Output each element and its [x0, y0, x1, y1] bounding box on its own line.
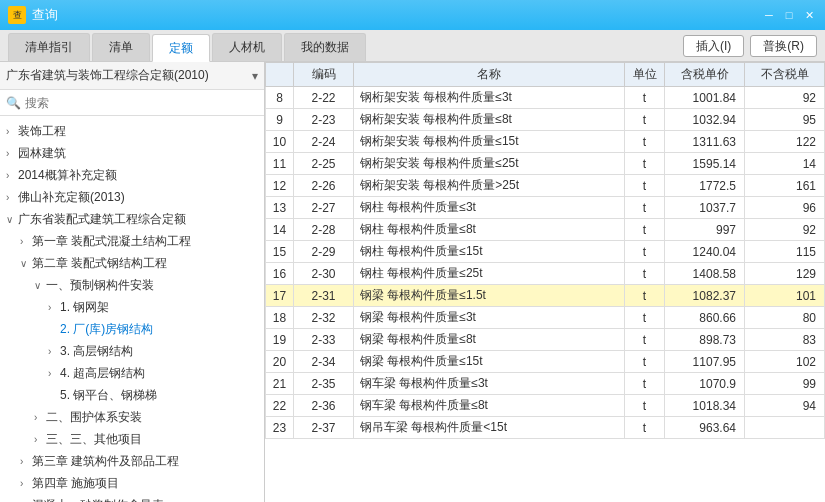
cell-tax: 1070.9 — [665, 373, 745, 395]
tree-item[interactable]: 5. 钢平台、钢梯梯 — [0, 384, 264, 406]
tree-item[interactable]: ›2014概算补充定额 — [0, 164, 264, 186]
cell-name: 钢梁 每根构件质量≤8t — [354, 329, 625, 351]
table-row[interactable]: 17 2-31 钢梁 每根构件质量≤1.5t t 1082.37 101 — [266, 285, 825, 307]
cell-unit: t — [625, 197, 665, 219]
tree-item[interactable]: ›4. 超高层钢结构 — [0, 362, 264, 384]
cell-code: 2-24 — [294, 131, 354, 153]
maximize-button[interactable]: □ — [781, 7, 797, 23]
table-row[interactable]: 11 2-25 钢桁架安装 每根构件质量≤25t t 1595.14 14 — [266, 153, 825, 175]
tree-item[interactable]: 混凝土、砂浆制作含量表 — [0, 494, 264, 502]
table-row[interactable]: 13 2-27 钢柱 每根构件质量≤3t t 1037.7 96 — [266, 197, 825, 219]
cell-unit: t — [625, 109, 665, 131]
tree-item-label: 一、预制钢构件安装 — [46, 277, 154, 294]
main-content: 广东省建筑与装饰工程综合定额(2010) ▾ 🔍 ›装饰工程›园林建筑›2014… — [0, 62, 825, 502]
tree-item[interactable]: ›第一章 装配式混凝土结构工程 — [0, 230, 264, 252]
cell-tax: 1408.58 — [665, 263, 745, 285]
tree-item[interactable]: ∨一、预制钢构件安装 — [0, 274, 264, 296]
cell-num: 9 — [266, 109, 294, 131]
tree-item[interactable]: ›三、三、其他项目 — [0, 428, 264, 450]
cell-name: 钢吊车梁 每根构件质量<15t — [354, 417, 625, 439]
cell-name: 钢桁架安装 每根构件质量≤3t — [354, 87, 625, 109]
tree-item-label: 广东省装配式建筑工程综合定额 — [18, 211, 186, 228]
cell-code: 2-31 — [294, 285, 354, 307]
tree-arrow-icon: › — [6, 148, 18, 159]
cell-code: 2-30 — [294, 263, 354, 285]
minimize-button[interactable]: ─ — [761, 7, 777, 23]
cell-notax: 101 — [745, 285, 825, 307]
tree-item[interactable]: ›二、围护体系安装 — [0, 406, 264, 428]
insert-button[interactable]: 插入(I) — [683, 35, 744, 57]
tree-item-label: 第一章 装配式混凝土结构工程 — [32, 233, 191, 250]
table-row[interactable]: 8 2-22 钢桁架安装 每根构件质量≤3t t 1001.84 92 — [266, 87, 825, 109]
tree-arrow-icon: ∨ — [34, 280, 46, 291]
tree-item[interactable]: ∨第二章 装配式钢结构工程 — [0, 252, 264, 274]
tab-labor[interactable]: 人材机 — [212, 33, 282, 61]
table-header-row: 编码 名称 单位 含税单价 不含税单 — [266, 63, 825, 87]
cell-name: 钢桁架安装 每根构件质量≤8t — [354, 109, 625, 131]
cell-num: 10 — [266, 131, 294, 153]
cell-num: 22 — [266, 395, 294, 417]
table-row[interactable]: 20 2-34 钢梁 每根构件质量≤15t t 1107.95 102 — [266, 351, 825, 373]
cell-num: 23 — [266, 417, 294, 439]
cell-notax: 80 — [745, 307, 825, 329]
search-input[interactable] — [25, 96, 258, 110]
cell-code: 2-26 — [294, 175, 354, 197]
tree-arrow-icon: › — [20, 456, 32, 467]
table-row[interactable]: 9 2-23 钢桁架安装 每根构件质量≤8t t 1032.94 95 — [266, 109, 825, 131]
tree-item[interactable]: ›第三章 建筑构件及部品工程 — [0, 450, 264, 472]
tree-item[interactable]: ›第四章 施施项目 — [0, 472, 264, 494]
tab-list[interactable]: 清单 — [92, 33, 150, 61]
tree-item[interactable]: ›园林建筑 — [0, 142, 264, 164]
tab-mydata[interactable]: 我的数据 — [284, 33, 366, 61]
tree-area: ›装饰工程›园林建筑›2014概算补充定额›佛山补充定额(2013)∨广东省装配… — [0, 116, 264, 502]
tree-item[interactable]: ›1. 钢网架 — [0, 296, 264, 318]
col-header-tax: 含税单价 — [665, 63, 745, 87]
tab-guide[interactable]: 清单指引 — [8, 33, 90, 61]
tree-item-label: 混凝土、砂浆制作含量表 — [32, 497, 164, 503]
table-row[interactable]: 14 2-28 钢柱 每根构件质量≤8t t 997 92 — [266, 219, 825, 241]
tree-item-label: 第四章 施施项目 — [32, 475, 119, 492]
quota-selector[interactable]: 广东省建筑与装饰工程综合定额(2010) ▾ — [0, 62, 264, 90]
cell-unit: t — [625, 395, 665, 417]
tree-item[interactable]: 2. 厂(库)房钢结构 — [0, 318, 264, 340]
close-button[interactable]: ✕ — [801, 7, 817, 23]
tab-quota[interactable]: 定额 — [152, 34, 210, 62]
tree-arrow-icon: › — [48, 346, 60, 357]
col-header-unit: 单位 — [625, 63, 665, 87]
table-row[interactable]: 16 2-30 钢柱 每根构件质量≤25t t 1408.58 129 — [266, 263, 825, 285]
table-row[interactable]: 23 2-37 钢吊车梁 每根构件质量<15t t 963.64 — [266, 417, 825, 439]
tree-item-label: 第三章 建筑构件及部品工程 — [32, 453, 179, 470]
table-row[interactable]: 18 2-32 钢梁 每根构件质量≤3t t 860.66 80 — [266, 307, 825, 329]
tree-item[interactable]: ›装饰工程 — [0, 120, 264, 142]
cell-notax: 102 — [745, 351, 825, 373]
tree-item[interactable]: ∨广东省装配式建筑工程综合定额 — [0, 208, 264, 230]
cell-unit: t — [625, 263, 665, 285]
table-row[interactable]: 19 2-33 钢梁 每根构件质量≤8t t 898.73 83 — [266, 329, 825, 351]
cell-tax: 1772.5 — [665, 175, 745, 197]
tree-arrow-icon: › — [48, 368, 60, 379]
cell-notax: 115 — [745, 241, 825, 263]
tree-arrow-icon: › — [34, 434, 46, 445]
cell-num: 16 — [266, 263, 294, 285]
tree-item[interactable]: ›佛山补充定额(2013) — [0, 186, 264, 208]
replace-button[interactable]: 普换(R) — [750, 35, 817, 57]
cell-notax: 122 — [745, 131, 825, 153]
tree-item[interactable]: ›3. 高层钢结构 — [0, 340, 264, 362]
quota-dropdown-icon: ▾ — [252, 69, 258, 83]
cell-name: 钢梁 每根构件质量≤15t — [354, 351, 625, 373]
tree-arrow-icon: › — [20, 478, 32, 489]
cell-notax: 92 — [745, 219, 825, 241]
cell-code: 2-22 — [294, 87, 354, 109]
tree-arrow-icon: › — [6, 192, 18, 203]
table-row[interactable]: 15 2-29 钢柱 每根构件质量≤15t t 1240.04 115 — [266, 241, 825, 263]
cell-name: 钢梁 每根构件质量≤1.5t — [354, 285, 625, 307]
table-row[interactable]: 10 2-24 钢桁架安装 每根构件质量≤15t t 1311.63 122 — [266, 131, 825, 153]
tree-item-label: 二、围护体系安装 — [46, 409, 142, 426]
cell-code: 2-23 — [294, 109, 354, 131]
cell-tax: 1240.04 — [665, 241, 745, 263]
table-row[interactable]: 21 2-35 钢车梁 每根构件质量≤3t t 1070.9 99 — [266, 373, 825, 395]
tree-arrow-icon: › — [20, 236, 32, 247]
tree-item-label: 园林建筑 — [18, 145, 66, 162]
table-row[interactable]: 12 2-26 钢桁架安装 每根构件质量>25t t 1772.5 161 — [266, 175, 825, 197]
table-row[interactable]: 22 2-36 钢车梁 每根构件质量≤8t t 1018.34 94 — [266, 395, 825, 417]
